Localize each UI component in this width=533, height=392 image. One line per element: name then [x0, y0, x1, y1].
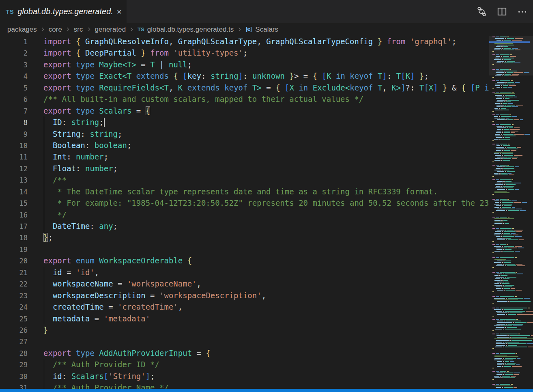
line-number[interactable]: 2 [0, 47, 28, 59]
code-text: import { GraphQLResolveInfo, GraphQLScal… [43, 37, 456, 46]
code-line-8[interactable]: 8 ID: string; [0, 116, 489, 128]
line-number[interactable]: 28 [0, 348, 28, 359]
indent-guide [44, 220, 44, 232]
close-tab-icon[interactable]: × [117, 7, 122, 16]
code-line-1[interactable]: 1import { GraphQLResolveInfo, GraphQLSca… [0, 36, 489, 47]
line-number[interactable]: 15 [0, 198, 28, 209]
line-number[interactable]: 20 [0, 255, 28, 267]
code-line-17[interactable]: 17 DateTime: any; [0, 220, 489, 232]
line-number[interactable]: 13 [0, 174, 28, 186]
code-line-4[interactable]: 4export type Exact<T extends { [key: str… [0, 70, 489, 82]
breadcrumb-item-generated[interactable]: generated [95, 26, 126, 34]
line-number[interactable]: 11 [0, 151, 28, 163]
code-line-19[interactable]: 19 [0, 243, 489, 255]
code-text: Boolean: boolean; [43, 141, 131, 150]
text-cursor [104, 118, 105, 127]
breadcrumb-item-src[interactable]: src [74, 26, 83, 34]
breadcrumb-label: src [74, 26, 83, 34]
code-line-5[interactable]: 5export type RequireFields<T, K extends … [0, 82, 489, 93]
code-line-26[interactable]: 26} [0, 324, 489, 336]
line-number[interactable]: 7 [0, 106, 28, 117]
line-number[interactable]: 31 [0, 382, 28, 389]
line-number[interactable]: 4 [0, 71, 28, 82]
code-line-12[interactable]: 12 Float: number; [0, 163, 489, 174]
indent-guide [44, 116, 44, 128]
line-number[interactable]: 17 [0, 221, 28, 232]
indent-guide [44, 313, 44, 324]
line-number[interactable]: 6 [0, 94, 28, 105]
code-line-30[interactable]: 30 id: Scalars['String']; [0, 370, 489, 382]
code-line-16[interactable]: 16 */ [0, 209, 489, 220]
indent-guide [44, 174, 44, 185]
line-number[interactable]: 10 [0, 140, 28, 151]
minimap[interactable] [489, 36, 533, 389]
code-line-7[interactable]: 7export type Scalars = { [0, 105, 489, 116]
code-line-21[interactable]: 21 id = 'id', [0, 267, 489, 278]
line-number[interactable]: 26 [0, 325, 28, 336]
breadcrumb-item-scalars[interactable]: Scalars [245, 26, 278, 34]
line-number[interactable]: 18 [0, 232, 28, 243]
line-number[interactable]: 30 [0, 371, 28, 382]
code-text: Float: number; [43, 164, 118, 173]
line-number[interactable]: 22 [0, 278, 28, 290]
code-line-18[interactable]: 18}; [0, 232, 489, 243]
code-line-3[interactable]: 3export type Maybe<T> = T | null; [0, 59, 489, 70]
tab-global-db-types-generated-ts[interactable]: TS global.db.types.generated.ts × [0, 0, 127, 23]
line-number[interactable]: 23 [0, 290, 28, 302]
code-line-23[interactable]: 23 workspaceDescription = 'workspaceDesc… [0, 290, 489, 301]
code-line-24[interactable]: 24 createdTime = 'createdTime', [0, 301, 489, 312]
code-line-11[interactable]: 11 Int: number; [0, 151, 489, 162]
code-line-25[interactable]: 25 metadata = 'metadata' [0, 313, 489, 324]
code-text: /** Auth Provider ID */ [43, 360, 159, 369]
code-line-31[interactable]: 31 /** Auth Provider Name */ [0, 382, 489, 389]
code-line-13[interactable]: 13 /** [0, 174, 489, 185]
more-actions-button[interactable] [517, 6, 527, 17]
chevron-right-icon [86, 26, 92, 32]
code-line-27[interactable]: 27 [0, 336, 489, 347]
breadcrumb-label: Scalars [255, 26, 278, 34]
line-number[interactable]: 3 [0, 59, 28, 71]
split-editor-button[interactable] [496, 6, 507, 17]
code-line-29[interactable]: 29 /** Auth Provider ID */ [0, 359, 489, 370]
line-number[interactable]: 1 [0, 36, 28, 47]
chevron-right-icon [40, 26, 46, 32]
chevron-right-icon [65, 26, 71, 32]
indent-guide [44, 140, 44, 151]
vscode-editor-window: TS global.db.types.generated.ts × [0, 0, 533, 392]
line-number[interactable]: 16 [0, 209, 28, 221]
compare-changes-button[interactable] [476, 6, 487, 17]
indent-guide [44, 290, 44, 301]
line-number[interactable]: 29 [0, 359, 28, 370]
indent-guide [44, 382, 44, 389]
line-number[interactable]: 21 [0, 267, 28, 278]
line-number[interactable]: 19 [0, 244, 28, 255]
breadcrumb-item-core[interactable]: core [49, 26, 62, 34]
line-number[interactable]: 5 [0, 82, 28, 94]
indent-guide [44, 186, 44, 197]
code-line-6[interactable]: 6/** All built-in and custom scalars, ma… [0, 93, 489, 105]
code-text: export enum WorkspaceOrderable { [43, 256, 192, 265]
line-number[interactable]: 14 [0, 186, 28, 198]
code-line-10[interactable]: 10 Boolean: boolean; [0, 140, 489, 151]
code-line-20[interactable]: 20export enum WorkspaceOrderable { [0, 255, 489, 266]
typescript-file-icon: TS [6, 8, 14, 15]
code-line-15[interactable]: 15 * For example: "1985-04-12T23:20:50.5… [0, 197, 489, 209]
code-line-28[interactable]: 28export type AddAuthProviderInput = { [0, 347, 489, 359]
line-number[interactable]: 8 [0, 117, 28, 128]
line-number[interactable]: 24 [0, 302, 28, 313]
code-line-2[interactable]: 2import { DeepPartial } from 'utility-ty… [0, 47, 489, 58]
code-editor[interactable]: 1import { GraphQLResolveInfo, GraphQLSca… [0, 36, 489, 389]
breadcrumb-item-packages[interactable]: packages [7, 26, 37, 34]
breadcrumb-item-global-db-types-generated-ts[interactable]: TSglobal.db.types.generated.ts [138, 26, 234, 34]
code-text: Int: number; [43, 152, 108, 161]
tab-bar: TS global.db.types.generated.ts × [0, 0, 533, 23]
code-text: }; [43, 233, 53, 242]
code-text: export type Scalars = { [43, 106, 150, 115]
line-number[interactable]: 12 [0, 163, 28, 174]
code-line-14[interactable]: 14 * The DateTime scalar type represents… [0, 186, 489, 197]
code-line-22[interactable]: 22 workspaceName = 'workspaceName', [0, 278, 489, 289]
code-line-9[interactable]: 9 String: string; [0, 128, 489, 140]
line-number[interactable]: 27 [0, 336, 28, 347]
line-number[interactable]: 9 [0, 129, 28, 140]
line-number[interactable]: 25 [0, 313, 28, 325]
